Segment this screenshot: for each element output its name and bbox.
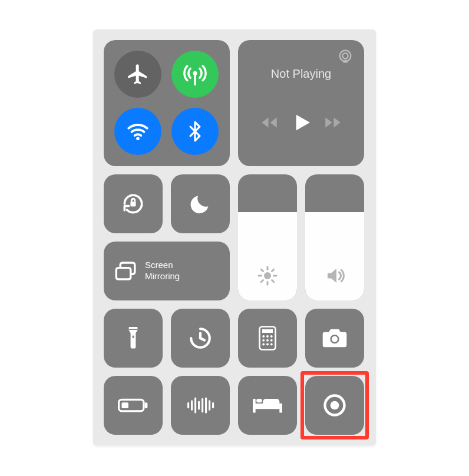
svg-line-15 [261, 280, 263, 282]
svg-point-31 [270, 343, 273, 346]
screen-mirroring-button[interactable]: ScreenMirroring [104, 242, 230, 300]
moon-icon [189, 192, 212, 216]
cellular-data-button[interactable] [171, 51, 219, 98]
svg-point-28 [270, 339, 273, 342]
svg-point-23 [262, 335, 265, 338]
bluetooth-button[interactable] [171, 108, 219, 155]
airplane-icon [126, 62, 150, 86]
svg-line-20 [200, 338, 204, 341]
svg-rect-47 [253, 399, 256, 412]
orientation-lock-icon [120, 191, 146, 217]
highlight-frame [300, 371, 369, 439]
svg-point-4 [342, 53, 348, 58]
svg-point-8 [264, 272, 271, 279]
wifi-icon [125, 119, 150, 144]
timer-icon [188, 326, 213, 351]
connectivity-module[interactable] [104, 40, 230, 166]
screen-mirroring-label: ScreenMirroring [145, 260, 186, 282]
camera-icon [322, 328, 348, 349]
calculator-icon [257, 326, 278, 351]
forward-icon[interactable] [323, 113, 343, 133]
antenna-icon [183, 62, 207, 87]
brightness-slider[interactable] [238, 174, 297, 300]
volume-icon [324, 265, 345, 286]
svg-point-51 [331, 401, 339, 410]
timer-button[interactable] [171, 309, 230, 368]
screen-mirroring-icon [113, 259, 138, 283]
camera-button[interactable] [305, 309, 364, 368]
orientation-lock-button[interactable] [104, 174, 163, 233]
svg-point-25 [270, 335, 273, 338]
svg-rect-37 [122, 402, 128, 408]
airplay-icon[interactable] [337, 48, 354, 65]
flashlight-button[interactable] [104, 309, 163, 368]
svg-rect-49 [256, 399, 262, 402]
bed-icon [253, 395, 282, 415]
rewind-icon[interactable] [259, 113, 279, 133]
record-icon [322, 392, 348, 418]
do-not-disturb-button[interactable] [171, 174, 230, 233]
svg-rect-46 [253, 404, 282, 409]
screen-recording-button[interactable] [305, 376, 364, 435]
flashlight-icon [123, 325, 144, 351]
brightness-icon [257, 265, 278, 286]
svg-point-26 [262, 339, 265, 342]
svg-rect-36 [145, 402, 148, 408]
media-status-label: Not Playing [249, 67, 354, 81]
svg-point-30 [266, 343, 269, 346]
voice-memos-button[interactable] [171, 376, 230, 435]
airplane-mode-button[interactable] [114, 51, 161, 98]
svg-line-13 [261, 269, 263, 271]
svg-point-2 [136, 137, 140, 140]
play-icon[interactable] [289, 111, 313, 134]
svg-rect-7 [116, 268, 131, 279]
low-power-mode-button[interactable] [104, 376, 163, 435]
control-center-panel: Not Playing [93, 29, 376, 445]
svg-rect-48 [279, 404, 282, 413]
sleep-mode-button[interactable] [238, 376, 297, 435]
svg-point-27 [266, 339, 269, 342]
svg-rect-22 [262, 329, 273, 333]
bluetooth-icon [184, 120, 206, 143]
battery-icon [118, 397, 148, 414]
media-module[interactable]: Not Playing [238, 40, 364, 166]
waveform-icon [186, 395, 214, 416]
svg-rect-17 [133, 336, 134, 338]
volume-slider[interactable] [305, 174, 364, 300]
svg-line-14 [272, 280, 274, 282]
svg-point-24 [266, 335, 269, 338]
wifi-button[interactable] [114, 108, 161, 155]
calculator-button[interactable] [238, 309, 297, 368]
svg-line-16 [272, 269, 274, 271]
svg-rect-5 [130, 201, 136, 206]
svg-point-29 [262, 343, 265, 346]
